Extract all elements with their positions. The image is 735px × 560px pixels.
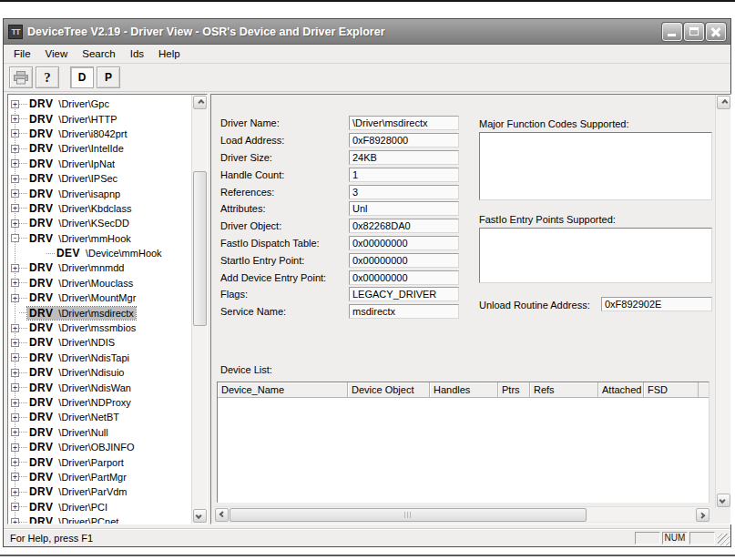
chevron-up-icon [721, 99, 728, 106]
titlebar[interactable]: TT DeviceTree V2.19 - Driver View - OSR'… [4, 19, 730, 45]
menu-item-view[interactable]: View [38, 46, 76, 61]
detail-vertical-scrollbar[interactable] [715, 95, 730, 508]
tree-item-pcnet[interactable]: +DRV\Driver\PCnet [8, 514, 190, 524]
expand-icon[interactable]: + [11, 383, 19, 392]
expand-icon[interactable]: + [11, 353, 19, 361]
tree-vertical-scrollbar[interactable] [191, 95, 207, 524]
expand-icon[interactable]: + [11, 443, 19, 452]
menu-item-search[interactable]: Search [75, 46, 122, 61]
tree-item-intelide[interactable]: +DRV\Driver\IntelIde [8, 141, 190, 156]
scroll-left-button[interactable] [215, 508, 229, 522]
expand-icon[interactable]: + [11, 204, 19, 212]
tree-item-ipnat[interactable]: +DRV\Driver\IpNat [8, 157, 190, 171]
tree-item-partmgr[interactable]: +DRV\Driver\PartMgr [8, 470, 190, 484]
tree-node-label: DRV\Driver\PartMgr [27, 471, 128, 484]
tree-item-msdirectx[interactable]: DRV\Driver\msdirectx [8, 305, 190, 320]
expand-icon[interactable]: + [11, 503, 19, 511]
column-header-fsd[interactable]: FSD [644, 382, 699, 397]
minimize-button[interactable] [662, 23, 682, 41]
horizontal-scrollbar[interactable] [214, 506, 710, 521]
column-header-device-name[interactable]: Device_Name [218, 382, 348, 397]
menu-item-ids[interactable]: Ids [123, 46, 151, 61]
expand-icon[interactable]: + [11, 175, 19, 183]
figure-top-rule [0, 0, 735, 2]
column-header-attached[interactable]: Attached [598, 382, 644, 397]
field-value-references: 3 [349, 185, 459, 199]
driver-view-button[interactable]: D [70, 66, 94, 88]
scroll-up-button[interactable] [193, 96, 207, 109]
field-label-driver-size: Driver Size: [220, 152, 349, 163]
pnp-view-button[interactable]: P [97, 66, 120, 88]
column-header-handles[interactable]: Handles [430, 382, 498, 397]
expand-icon[interactable]: + [11, 100, 19, 108]
expand-icon[interactable]: + [11, 428, 19, 436]
tree-item-ndproxy[interactable]: +DRV\Driver\NDProxy [8, 395, 190, 410]
expand-icon[interactable]: + [11, 324, 19, 332]
tree-item-ndis[interactable]: +DRV\Driver\NDIS [8, 335, 190, 350]
tree-item-netbt[interactable]: +DRV\Driver\NetBT [8, 410, 190, 424]
expand-icon[interactable]: + [11, 458, 19, 466]
expand-icon[interactable]: + [11, 339, 19, 347]
expand-icon[interactable]: + [11, 488, 19, 496]
expand-icon[interactable]: + [11, 399, 19, 407]
maximize-button[interactable] [684, 23, 704, 41]
tree-item-http[interactable]: +DRV\Driver\HTTP [8, 111, 190, 126]
column-header-ptrs[interactable]: Ptrs [498, 382, 530, 397]
tree-item-ipsec[interactable]: +DRV\Driver\IPSec [8, 171, 190, 186]
scroll-up-button[interactable] [717, 96, 730, 109]
tree-item-isapnp[interactable]: +DRV\Driver\isapnp [8, 186, 190, 200]
expand-icon[interactable]: + [11, 294, 19, 302]
menu-item-file[interactable]: File [6, 46, 38, 61]
resize-grip[interactable] [718, 534, 730, 545]
tree-item-objinfo[interactable]: +DRV\Driver\OBJINFO [8, 440, 190, 454]
scroll-down-button[interactable] [717, 494, 730, 507]
expand-icon[interactable]: + [11, 473, 19, 481]
fastio-points-listbox[interactable] [479, 228, 712, 283]
column-header-device-object[interactable]: Device Object [348, 382, 430, 397]
expand-icon[interactable]: + [11, 264, 19, 272]
tree-item-null[interactable]: +DRV\Driver\Null [8, 425, 190, 440]
expand-icon[interactable]: + [11, 518, 19, 524]
scroll-down-button[interactable] [193, 509, 207, 523]
tree-item-mnmdd[interactable]: +DRV\Driver\mnmdd [8, 260, 190, 275]
print-button[interactable] [9, 66, 33, 88]
tree-item-mssmbios[interactable]: +DRV\Driver\mssmbios [8, 321, 190, 335]
expand-icon[interactable]: + [11, 413, 19, 422]
expand-icon[interactable]: + [11, 145, 19, 153]
collapse-icon[interactable]: - [11, 234, 19, 242]
close-button[interactable] [706, 23, 726, 41]
tree-scroll-thumb[interactable] [193, 171, 207, 326]
tree-item-i8042prt[interactable]: +DRV\Driver\i8042prt [8, 127, 190, 141]
menu-item-help[interactable]: Help [151, 46, 188, 61]
tree-item-mountmgr[interactable]: +DRV\Driver\MountMgr [8, 290, 190, 305]
expand-icon[interactable]: + [11, 159, 19, 168]
tree-item-mmhook[interactable]: -DRV\Driver\mmHook [8, 231, 190, 246]
node-path: \Driver\NdisTapi [58, 352, 129, 363]
tree-item-ndisuio[interactable]: +DRV\Driver\Ndisuio [8, 365, 190, 380]
device-table-body[interactable] [218, 398, 709, 503]
major-function-label: Major Function Codes Supported: [479, 118, 628, 129]
expand-icon[interactable]: + [11, 189, 19, 198]
scroll-right-button[interactable] [696, 508, 709, 522]
tree-item-mmhook[interactable]: DEV\Device\mmHook [8, 246, 190, 260]
tree-item-parport[interactable]: +DRV\Driver\Parport [8, 454, 190, 469]
tree-node-label: DRV\Driver\Kbdclass [27, 202, 133, 215]
tree-item-ndistapi[interactable]: +DRV\Driver\NdisTapi [8, 351, 190, 365]
tree-item-pci[interactable]: +DRV\Driver\PCI [8, 500, 190, 514]
tree-item-mouclass[interactable]: +DRV\Driver\Mouclass [8, 276, 190, 290]
tree-item-parvdm[interactable]: +DRV\Driver\ParVdm [8, 484, 190, 499]
help-button[interactable]: ? [36, 66, 59, 88]
tree-item-gpc[interactable]: +DRV\Driver\Gpc [8, 97, 190, 111]
tree-item-ksecdd[interactable]: +DRV\Driver\KSecDD [8, 216, 190, 230]
expand-icon[interactable]: + [11, 115, 19, 123]
tree-item-ndiswan[interactable]: +DRV\Driver\NdisWan [8, 380, 190, 394]
expand-icon[interactable]: + [11, 219, 19, 228]
tree-item-kbdclass[interactable]: +DRV\Driver\Kbdclass [8, 201, 190, 216]
column-header-refs[interactable]: Refs [530, 382, 598, 397]
horizontal-scroll-thumb[interactable] [230, 508, 587, 522]
expand-icon[interactable]: + [11, 129, 19, 137]
major-function-listbox[interactable] [479, 132, 712, 200]
node-path: \Driver\Mouclass [58, 278, 133, 289]
expand-icon[interactable]: + [11, 279, 19, 287]
expand-icon[interactable]: + [11, 369, 19, 377]
